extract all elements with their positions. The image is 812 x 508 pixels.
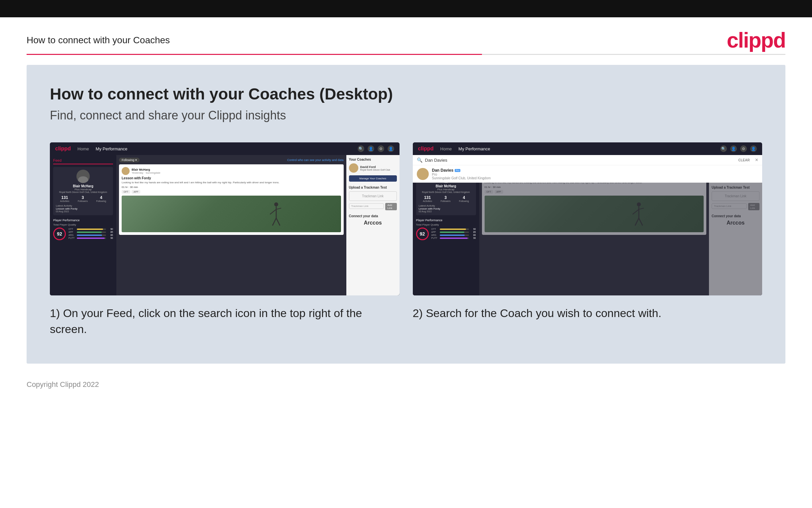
bar-arg-2: ARG 86: [431, 234, 476, 236]
add-link-btn[interactable]: Add Link: [385, 203, 396, 210]
performance-section-2: Player Performance Total Player Quality …: [416, 219, 476, 240]
user-icon-nav-2[interactable]: 👤: [730, 145, 737, 152]
stat-activities-2: 131 Activities: [423, 195, 432, 202]
search-input-display[interactable]: Dan Davies: [425, 158, 736, 163]
latest-date: 03 Aug 2022: [56, 210, 110, 213]
result-club: Sunningdale Golf Club, United Kingdom: [432, 176, 491, 180]
post-text: Looking to feel like my hands are exitin…: [122, 181, 341, 184]
post-buttons: OFT APP: [122, 190, 341, 194]
coach-avatar-1: [349, 163, 358, 173]
coach-club-1: Royal North Devon Golf Club: [360, 169, 390, 171]
circle-score-2: 92 OTT 90 APP: [416, 227, 476, 240]
post-image-2: [485, 196, 704, 232]
control-link[interactable]: Control who can see your activity and da…: [287, 158, 344, 162]
app-button-2: APP: [494, 190, 503, 194]
stat-followers-2: 3 Followers: [441, 195, 451, 202]
stat-following-2: 4 Following: [459, 195, 469, 202]
result-role: Pro: [432, 173, 491, 176]
golfer-silhouette-icon: [266, 199, 286, 232]
post-time: Yesterday · Sunningdale: [132, 171, 160, 174]
perf-bars: OTT 90 APP 85: [68, 228, 113, 240]
svg-line-2: [270, 210, 276, 215]
feed-post: Blair McHarg Yesterday · Sunningdale Les…: [119, 164, 344, 235]
result-name-row: Dan Davies Pro: [432, 168, 491, 173]
search-results: Dan Davies Pro Pro Sunningdale Golf Club…: [413, 165, 762, 183]
post-avatar: [122, 167, 130, 175]
screenshot-1-container: clippd Home My Performance 🔍 👤 ⚙ 👤 Feed: [50, 142, 399, 337]
trackman-box-2: Trackman Link: [712, 191, 760, 201]
mock-nav-2: clippd Home My Performance 🔍 👤 ⚙ 👤: [413, 142, 762, 155]
search-icon-nav-2[interactable]: 🔍: [720, 145, 727, 152]
bar-ott-label: OTT: [68, 228, 76, 230]
settings-icon-nav-2[interactable]: ⚙: [740, 145, 747, 152]
svg-line-9: [639, 208, 644, 210]
app-button[interactable]: APP: [132, 190, 140, 194]
bar-putt: PUTT 96: [68, 237, 113, 239]
mock-right-panel-1: Your Coaches David Ford Royal North Devo…: [346, 155, 399, 295]
post-image: [122, 196, 341, 232]
mock-nav-1: clippd Home My Performance 🔍 👤 ⚙ 👤: [50, 142, 399, 155]
circle-score: 92 OTT 90 APP: [53, 227, 113, 240]
svg-point-6: [637, 203, 641, 207]
stat-followers: 3 Followers: [78, 195, 88, 202]
latest-activity: Latest Activity Lesson with Fordy 03 Aug…: [56, 204, 110, 213]
feed-label: Feed: [53, 158, 113, 164]
profile-name-2: Blair McHarg: [419, 184, 473, 188]
settings-icon-nav[interactable]: ⚙: [378, 145, 384, 152]
mock-nav-performance-2: My Performance: [458, 146, 490, 152]
mock-body-1: Feed Blair McHarg Plus Handicap Royal No…: [50, 155, 399, 295]
off-button[interactable]: OFT: [122, 190, 130, 194]
perf-title: Player Performance: [53, 219, 113, 222]
post-author-name: Blair McHarg: [132, 168, 160, 171]
content-subtitle: Find, connect and share your Clippd insi…: [50, 109, 762, 122]
coach-item-1: David Ford Royal North Devon Golf Club: [349, 163, 397, 173]
following-button[interactable]: Following ▾: [119, 158, 140, 162]
pro-badge: Pro: [455, 169, 460, 172]
svg-line-4: [272, 218, 276, 226]
search-result-item[interactable]: Dan Davies Pro Pro Sunningdale Golf Club…: [417, 168, 759, 180]
stat-following: 4 Following: [96, 195, 106, 202]
bar-arg: ARG 86: [68, 234, 113, 236]
latest-date-2: 03 Aug 2022: [419, 210, 473, 213]
result-info: Dan Davies Pro Pro Sunningdale Golf Club…: [432, 168, 491, 180]
profile-avatar: [77, 170, 90, 183]
bar-ott-val: 90: [107, 228, 113, 230]
screenshot-2-container: clippd Home My Performance 🔍 👤 ⚙ 👤 Feed: [413, 142, 762, 337]
page-title: How to connect with your Coaches: [27, 35, 170, 46]
mock-nav-icons-1: 🔍 👤 ⚙ 👤: [357, 145, 394, 152]
bar-putt-2: PUTT 96: [431, 237, 476, 239]
clear-button[interactable]: CLEAR: [738, 158, 750, 162]
content-title: How to connect with your Coaches (Deskto…: [50, 85, 762, 103]
bar-arg-val: 86: [107, 234, 113, 236]
latest-label: Latest Activity: [56, 204, 110, 207]
bar-app-track: [77, 231, 106, 233]
user-icon-nav[interactable]: 👤: [368, 145, 374, 152]
search-icon-nav[interactable]: 🔍: [357, 145, 364, 152]
avatar-icon-nav-2[interactable]: 👤: [750, 145, 757, 152]
bar-ott-label-2: OTT: [431, 228, 439, 230]
perf-subtitle-2: Total Player Quality: [416, 223, 476, 226]
post-duration: 01 hr : 30 min: [122, 186, 341, 188]
profile-card: Blair McHarg Plus Handicap Royal North D…: [53, 167, 113, 215]
manage-coaches-btn-1[interactable]: Manage Your Coaches: [349, 175, 397, 182]
profile-stats: 131 Activities 3 Followers 4 Following: [56, 195, 110, 202]
bar-putt-val: 96: [107, 237, 113, 239]
trackman-input-row-2: Trackman Link Add Link: [712, 203, 760, 210]
stat-following-label: Following: [96, 200, 106, 202]
upload-title-1: Upload a Trackman Test: [349, 186, 397, 189]
profile-name: Blair McHarg: [56, 184, 110, 188]
connect-title-1: Connect your data: [349, 214, 397, 218]
step-2-label: 2) Search for the Coach you wish to conn…: [413, 307, 661, 320]
bar-ott-2: OTT 90: [431, 228, 476, 230]
coaches-title-1: Your Coaches: [349, 158, 397, 161]
off-button-2: OFT: [485, 190, 493, 194]
trackman-input[interactable]: Trackman Link: [349, 203, 384, 209]
avatar-icon-nav[interactable]: 👤: [388, 145, 394, 152]
close-button[interactable]: ×: [755, 157, 758, 163]
trackman-input-2: Trackman Link: [712, 203, 747, 209]
bar-ott-fill-2: [440, 228, 466, 230]
bar-putt-fill: [77, 238, 105, 239]
following-row: Following ▾ Control who can see your act…: [119, 158, 344, 162]
latest-activity-2: Latest Activity Lesson with Fordy 03 Aug…: [419, 204, 473, 213]
svg-line-8: [632, 210, 639, 215]
